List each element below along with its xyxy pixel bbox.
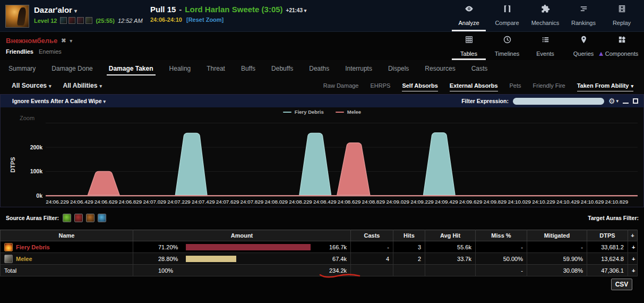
report-tabs: SummaryDamage DoneDamage TakenHealingThr… xyxy=(0,60,644,77)
ability-name[interactable]: Fiery Debris xyxy=(16,244,50,250)
tab-threat[interactable]: Threat xyxy=(205,61,226,77)
expand-row-button[interactable]: + xyxy=(628,253,638,265)
topnav-item-analyze[interactable]: Analyze xyxy=(450,0,488,31)
col-plus[interactable]: + xyxy=(628,230,638,241)
col-avg-hit[interactable]: Avg Hit xyxy=(425,230,476,241)
tab-interrupts[interactable]: Interrupts xyxy=(344,61,373,77)
filter-option-raw-damage[interactable]: Raw Damage xyxy=(323,82,359,89)
filter-expression-input[interactable] xyxy=(513,98,604,105)
dtps-chart[interactable]: Fiery DebrisMelee ZoomDTPS0k100k200k24:0… xyxy=(1,107,643,207)
filter-option-friendly-fire[interactable]: Friendly Fire xyxy=(533,82,565,89)
grid-icon xyxy=(465,35,474,46)
tab-casts[interactable]: Casts xyxy=(470,61,489,77)
tab-damage-done[interactable]: Damage Done xyxy=(50,61,93,77)
maximize-icon[interactable] xyxy=(633,98,638,104)
guild-name[interactable]: Внежномбелье xyxy=(6,37,57,45)
red-aura-icon[interactable] xyxy=(74,214,83,222)
csv-export-button[interactable]: CSV xyxy=(611,279,632,290)
filter-options: Raw DamageEHRPSSelf AbsorbsExternal Abso… xyxy=(323,82,633,89)
friendlies-toggle[interactable]: Friendlies xyxy=(6,48,33,55)
melee-spell-icon xyxy=(4,255,13,263)
expand-row-button[interactable]: + xyxy=(628,241,638,253)
dtps-value: 13,624.8 xyxy=(587,253,628,265)
party-member-icon-1 xyxy=(60,17,67,24)
tab-debuffs[interactable]: Debuffs xyxy=(270,61,294,77)
view-item-events[interactable]: Events xyxy=(526,32,564,60)
report-duration: (25:55) xyxy=(96,18,114,24)
svg-text:24:06.629: 24:06.629 xyxy=(95,199,118,205)
col-casts[interactable]: Casts xyxy=(351,230,393,241)
tab-resources[interactable]: Resources xyxy=(424,61,456,77)
filter-option-taken-from-ability[interactable]: Taken From Ability▾ xyxy=(577,82,633,89)
tab-dispels[interactable]: Dispels xyxy=(387,61,410,77)
total-label: Total xyxy=(1,265,133,276)
pull-label[interactable]: Pull 15 xyxy=(150,5,176,14)
topnav-item-mechanics[interactable]: Mechanics xyxy=(526,0,564,31)
expand-row-button[interactable]: + xyxy=(628,265,638,276)
boss-name[interactable]: Lord Harlan Sweete (3:05) xyxy=(185,5,282,14)
report-thumbnail[interactable] xyxy=(5,5,29,28)
amount-bar xyxy=(186,244,311,250)
view-icon-nav: TablesTimelinesEventsQueries▲Components xyxy=(450,32,641,60)
filter-option-ehrps[interactable]: EHRPS xyxy=(370,82,390,89)
chart-canvas: ZoomDTPS0k100k200k24:06.22924:06.42924:0… xyxy=(1,107,643,207)
components-logo-icon: ▲ xyxy=(598,49,605,57)
enemies-toggle[interactable]: Enemies xyxy=(39,48,62,55)
blue-aura-icon[interactable] xyxy=(98,214,106,222)
hits-value: 3 xyxy=(393,241,425,253)
filter-option-label: Self Absorbs xyxy=(402,82,437,89)
col-mitigated[interactable]: Mitigated xyxy=(527,230,587,241)
chevron-down-icon: ▾ xyxy=(304,8,307,13)
view-item-timelines[interactable]: Timelines xyxy=(488,32,526,60)
tab-damage-taken[interactable]: Damage Taken xyxy=(108,61,154,77)
view-item-label: Timelines xyxy=(495,50,520,57)
brown-aura-icon[interactable] xyxy=(86,214,95,222)
green-aura-icon[interactable] xyxy=(63,214,71,222)
filter-option-self-absorbs[interactable]: Self Absorbs xyxy=(402,82,437,89)
casts-value: - xyxy=(351,241,393,253)
report-title[interactable]: Dazar'alor ▾ xyxy=(34,5,143,14)
party-member-icon-2 xyxy=(68,17,75,24)
legend-item-fiery-debris[interactable]: Fiery Debris xyxy=(283,109,324,115)
tab-deaths[interactable]: Deaths xyxy=(308,61,330,77)
col-miss[interactable]: Miss % xyxy=(476,230,527,241)
filter-option-pets[interactable]: Pets xyxy=(510,82,521,89)
tab-healing[interactable]: Healing xyxy=(168,61,192,77)
view-item-queries[interactable]: Queries xyxy=(564,32,603,60)
col-name[interactable]: Name xyxy=(1,230,133,241)
top-header-bar: Dazar'alor ▾ Level 12 (25:55) 12:52 AM P… xyxy=(0,0,644,32)
avg-hit-value: 55.6k xyxy=(425,241,476,253)
legend-item-melee[interactable]: Melee xyxy=(336,109,361,115)
gear-icon[interactable]: ⚙▾ xyxy=(608,97,619,105)
svg-text:24:09.429: 24:09.429 xyxy=(435,199,458,205)
pull-offset[interactable]: +21:43 ▾ xyxy=(286,7,307,13)
tab-summary[interactable]: Summary xyxy=(7,61,37,77)
wipe-filter-dropdown[interactable]: Ignore Events After A Called Wipe ▾ xyxy=(12,98,106,104)
view-item-label: Tables xyxy=(460,50,477,57)
topnav-item-label: Mechanics xyxy=(531,20,560,26)
all-sources-dropdown[interactable]: All Sources▾ xyxy=(12,82,51,89)
close-icon[interactable]: ✖ xyxy=(61,37,66,44)
puzzle-icon xyxy=(541,4,550,15)
all-abilities-dropdown[interactable]: All Abilities▾ xyxy=(63,82,102,89)
col-hits[interactable]: Hits xyxy=(393,230,425,241)
reset-zoom-link[interactable]: [Reset Zoom] xyxy=(186,16,224,23)
filter-row: All Sources▾ All Abilities▾ Raw DamageEH… xyxy=(0,77,644,94)
chevron-down-icon[interactable]: ▾ xyxy=(70,38,73,44)
svg-text:24:08.029: 24:08.029 xyxy=(264,199,288,205)
topnav-item-rankings[interactable]: Rankings xyxy=(564,0,603,31)
filter-option-label: Taken From Ability xyxy=(577,82,629,89)
minimize-icon[interactable] xyxy=(623,103,629,104)
view-item-components[interactable]: ▲Components xyxy=(603,32,641,60)
report-title-text: Dazar'alor xyxy=(34,5,72,14)
view-item-tables[interactable]: Tables xyxy=(450,32,488,60)
col-dtps[interactable]: DTPS xyxy=(587,230,628,241)
col-amount[interactable]: Amount xyxy=(133,230,351,241)
filter-option-external-absorbs[interactable]: External Absorbs xyxy=(450,82,498,89)
filter-option-label: Pets xyxy=(510,82,521,89)
target-auras-label: Target Auras Filter: xyxy=(588,215,639,221)
tab-buffs[interactable]: Buffs xyxy=(240,61,256,77)
ability-name[interactable]: Melee xyxy=(16,256,32,262)
topnav-item-replay[interactable]: Replay xyxy=(603,0,641,31)
topnav-item-compare[interactable]: Compare xyxy=(488,0,526,31)
